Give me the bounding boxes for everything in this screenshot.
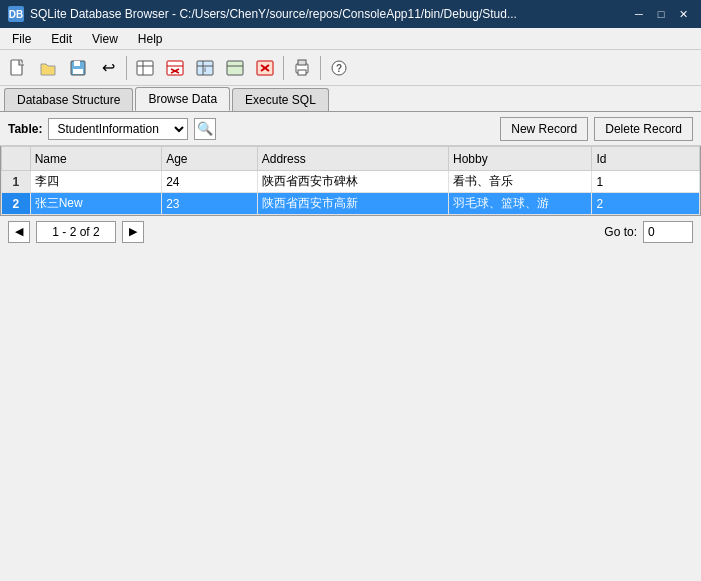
new-file-button[interactable] [4, 54, 32, 82]
view-button[interactable] [221, 54, 249, 82]
goto-label: Go to: [604, 225, 637, 239]
data-table-wrapper: Name Age Address Hobby Id 1李四24陕西省西安市碑林看… [0, 146, 701, 215]
svg-rect-21 [298, 60, 306, 65]
table-header-row: Name Age Address Hobby Id [2, 147, 700, 171]
close-button[interactable]: ✕ [673, 5, 693, 23]
toolbar-sep-3 [320, 56, 321, 80]
toolbar-sep-2 [283, 56, 284, 80]
print-button[interactable] [288, 54, 316, 82]
index-button[interactable]: i [191, 54, 219, 82]
tab-bar: Database Structure Browse Data Execute S… [0, 86, 701, 112]
data-table: Name Age Address Hobby Id 1李四24陕西省西安市碑林看… [1, 146, 700, 215]
svg-rect-2 [74, 61, 80, 66]
app-title: SQLite Database Browser - C:/Users/ChenY… [30, 7, 517, 21]
delete-record-button[interactable]: Delete Record [594, 117, 693, 141]
col-header-id: Id [592, 147, 700, 171]
toolbar-sep-1 [126, 56, 127, 80]
table-row[interactable]: 2张三New23陕西省西安市高新羽毛球、篮球、游2 [2, 193, 700, 215]
col-header-hobby: Hobby [448, 147, 591, 171]
col-header-name: Name [30, 147, 161, 171]
page-info: 1 - 2 of 2 [36, 221, 116, 243]
table-label: Table: [8, 122, 42, 136]
table-row[interactable]: 1李四24陕西省西安市碑林看书、音乐1 [2, 171, 700, 193]
delete-table-button[interactable] [161, 54, 189, 82]
menu-edit[interactable]: Edit [43, 30, 80, 48]
title-bar: DB SQLite Database Browser - C:/Users/Ch… [0, 0, 701, 28]
svg-text:?: ? [336, 63, 342, 74]
toolbar: ↩ i ? [0, 50, 701, 86]
col-header-rownum [2, 147, 31, 171]
open-file-button[interactable] [34, 54, 62, 82]
save-button[interactable] [64, 54, 92, 82]
menu-view[interactable]: View [84, 30, 126, 48]
help-button[interactable]: ? [325, 54, 353, 82]
tab-database-structure[interactable]: Database Structure [4, 88, 133, 111]
minimize-button[interactable]: ─ [629, 5, 649, 23]
svg-rect-22 [298, 70, 306, 75]
search-button[interactable]: 🔍 [194, 118, 216, 140]
menu-bar: File Edit View Help [0, 28, 701, 50]
col-header-age: Age [162, 147, 258, 171]
menu-help[interactable]: Help [130, 30, 171, 48]
undo-button[interactable]: ↩ [94, 54, 122, 82]
app-icon: DB [8, 6, 24, 22]
svg-rect-7 [167, 61, 183, 75]
new-record-button[interactable]: New Record [500, 117, 588, 141]
col-header-address: Address [257, 147, 448, 171]
maximize-button[interactable]: □ [651, 5, 671, 23]
next-page-button[interactable]: ▶ [122, 221, 144, 243]
menu-file[interactable]: File [4, 30, 39, 48]
table-button[interactable] [131, 54, 159, 82]
tab-execute-sql[interactable]: Execute SQL [232, 88, 329, 111]
tab-browse-data[interactable]: Browse Data [135, 87, 230, 111]
goto-input[interactable] [643, 221, 693, 243]
svg-rect-3 [73, 69, 83, 74]
table-selector-row: Table: StudentInformation 🔍 New Record D… [0, 112, 701, 146]
delete-button[interactable] [251, 54, 279, 82]
status-bar: ◀ 1 - 2 of 2 ▶ Go to: [0, 215, 701, 247]
prev-page-button[interactable]: ◀ [8, 221, 30, 243]
svg-rect-4 [137, 61, 153, 75]
svg-rect-15 [227, 61, 243, 75]
table-select[interactable]: StudentInformation [48, 118, 188, 140]
